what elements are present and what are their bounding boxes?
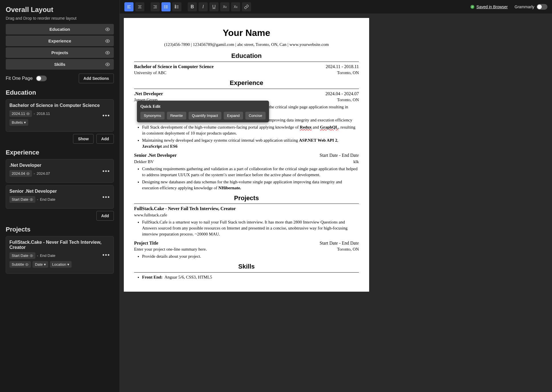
grammarly-toggle[interactable] [537, 4, 547, 10]
job-dates[interactable]: Start Date - End Date [320, 152, 359, 159]
svg-point-8 [27, 264, 27, 265]
add-button[interactable]: Add [96, 134, 114, 144]
bullet-list[interactable]: FullStack.Cafe is a smartest way to nail… [142, 219, 359, 237]
superscript-button[interactable]: Xx [231, 2, 240, 11]
list-item[interactable]: Full Stack development of the high-volum… [142, 124, 359, 136]
subscript-button[interactable]: Xx [220, 2, 229, 11]
edu-location[interactable]: Toronto, ON [337, 70, 359, 76]
start-date-chip[interactable]: 2024.11 [9, 110, 32, 117]
more-menu-icon[interactable]: ••• [102, 252, 110, 258]
bullets-chip[interactable]: Bullets ▾ [9, 119, 28, 126]
project-title[interactable]: FullStack.Cake - Never Fail Tech Intervi… [134, 206, 236, 212]
layout-item-skills[interactable]: Skills [6, 59, 114, 70]
chevron-down-icon: ▾ [44, 262, 46, 267]
expand-button[interactable]: Expand [224, 112, 243, 119]
bold-button[interactable]: B [188, 2, 197, 11]
project-subtitle[interactable]: Enter your project one-line summary here… [134, 246, 207, 252]
add-sections-button[interactable]: Add Sections [79, 74, 114, 83]
edu-dates[interactable]: 2024.11 - 2018.11 [326, 64, 359, 70]
section-head-education: Education [6, 89, 114, 96]
concise-button[interactable]: Concise [245, 112, 266, 119]
project-location[interactable]: Toronto, ON [337, 246, 359, 252]
resume-name[interactable]: Your Name [134, 27, 359, 39]
svg-point-2 [107, 52, 108, 53]
project-title[interactable]: Project Title [134, 240, 158, 246]
job-location[interactable]: Toronto, ON [337, 97, 359, 103]
bullet-list[interactable]: Conducting requirements gathering and va… [142, 166, 359, 191]
align-center-button[interactable] [135, 2, 144, 11]
contact-line[interactable]: (123)456-7890 | 123456789@gamil.com | ab… [134, 42, 359, 48]
job-title[interactable]: Senior .Net Developer [134, 152, 177, 159]
project-dates[interactable]: Start Date - End Date [320, 240, 359, 246]
list-item[interactable]: Designing new databases and data schemas… [142, 179, 359, 191]
list-item[interactable]: Provide details about your project. [142, 253, 359, 259]
sidebar: Overall Layout Drag and Drop to reorder … [0, 0, 120, 392]
job-title[interactable]: .Net Developer [134, 91, 163, 97]
section-head-projects: Projects [6, 226, 114, 233]
layout-subtitle: Drag and Drop to reorder resume layout [6, 16, 114, 21]
degree[interactable]: Bachelor of Science in Computer Science [134, 64, 214, 70]
layout-item-education[interactable]: Education [6, 24, 114, 34]
list-item[interactable]: Conducting requirements gathering and va… [142, 166, 359, 178]
experience-card: Senior .Net Developer Start Date - End D… [6, 185, 114, 209]
company[interactable]: Dekker BV [134, 159, 154, 165]
eye-icon [30, 198, 33, 201]
toolbar: 123 B I U Xx Xx Saved in Browser Grammar… [120, 0, 552, 14]
eye-icon [26, 172, 30, 175]
resume-document[interactable]: Your Name (123)456-7890 | 123456789@gami… [124, 18, 369, 292]
end-date: End Date [40, 197, 55, 202]
date-chip[interactable]: Date ▾ [33, 261, 48, 268]
saved-status[interactable]: Saved in Browser [470, 5, 508, 9]
bullet-list[interactable]: Front End: Anguar 5/6, CSS3, HTML5 [142, 274, 359, 280]
italic-button[interactable]: I [199, 2, 208, 11]
align-right-button[interactable] [151, 2, 160, 11]
eye-icon [30, 254, 33, 257]
more-menu-icon[interactable]: ••• [102, 168, 110, 174]
svg-point-0 [107, 29, 108, 30]
card-title: FullStack.Cake - Never Fail Tech Intervi… [9, 240, 110, 250]
underline-button[interactable]: U [209, 2, 219, 11]
end-date: 2024.07 [37, 171, 50, 176]
svg-point-5 [28, 173, 29, 174]
show-button[interactable]: Show [73, 134, 93, 144]
location-chip[interactable]: Location ▾ [50, 261, 72, 268]
list-item[interactable]: Front End: Anguar 5/6, CSS3, HTML5 [142, 274, 359, 280]
start-date-chip[interactable]: Start Date [9, 196, 35, 203]
bullet-list[interactable]: Provide details about your project. [142, 253, 359, 259]
job-dates[interactable]: 2024.04 - 2024.07 [325, 91, 359, 97]
synonyms-button[interactable]: Synonyms [140, 112, 165, 119]
overall-layout-title: Overall Layout [6, 6, 114, 14]
eye-icon[interactable] [105, 39, 110, 43]
layout-item-experience[interactable]: Experience [6, 36, 114, 46]
layout-item-projects[interactable]: Projects [6, 47, 114, 58]
link-button[interactable] [242, 2, 251, 11]
project-subtitle[interactable]: www.fullstack.cafe [134, 212, 167, 218]
eye-icon [26, 112, 30, 115]
add-button[interactable]: Add [96, 211, 114, 221]
svg-point-7 [31, 255, 32, 256]
svg-point-6 [31, 199, 32, 200]
quantify-impact-button[interactable]: Quantify Impact [189, 112, 221, 119]
start-date-chip[interactable]: Start Date [9, 252, 35, 259]
list-item[interactable]: Maintaining newly developed and legacy s… [142, 137, 359, 149]
card-title: Senior .Net Developer [9, 189, 110, 194]
chevron-down-icon: ▾ [24, 120, 26, 125]
experience-card: .Net Developer 2024.04 - 2024.07 ••• [6, 159, 114, 183]
bullet-list-button[interactable] [161, 2, 171, 11]
rewrite-button[interactable]: Rewrite [167, 112, 186, 119]
job-location[interactable]: klk [353, 159, 359, 165]
eye-icon[interactable] [105, 27, 110, 32]
more-menu-icon[interactable]: ••• [102, 112, 110, 119]
numbered-list-button[interactable]: 123 [172, 2, 181, 11]
more-menu-icon[interactable]: ••• [102, 194, 110, 200]
school[interactable]: University of ABC [134, 70, 166, 76]
card-title: Bachelor of Science in Computer Science [9, 103, 110, 108]
align-left-button[interactable] [124, 2, 134, 11]
eye-icon[interactable] [105, 62, 110, 67]
start-date-chip[interactable]: 2024.04 [9, 170, 32, 177]
main: 123 B I U Xx Xx Saved in Browser Grammar… [120, 0, 552, 392]
list-item[interactable]: FullStack.Cafe is a smartest way to nail… [142, 219, 359, 237]
eye-icon[interactable] [105, 50, 110, 55]
subtitle-chip[interactable]: Subtitle [9, 261, 31, 268]
fit-one-page-toggle[interactable] [36, 76, 47, 81]
